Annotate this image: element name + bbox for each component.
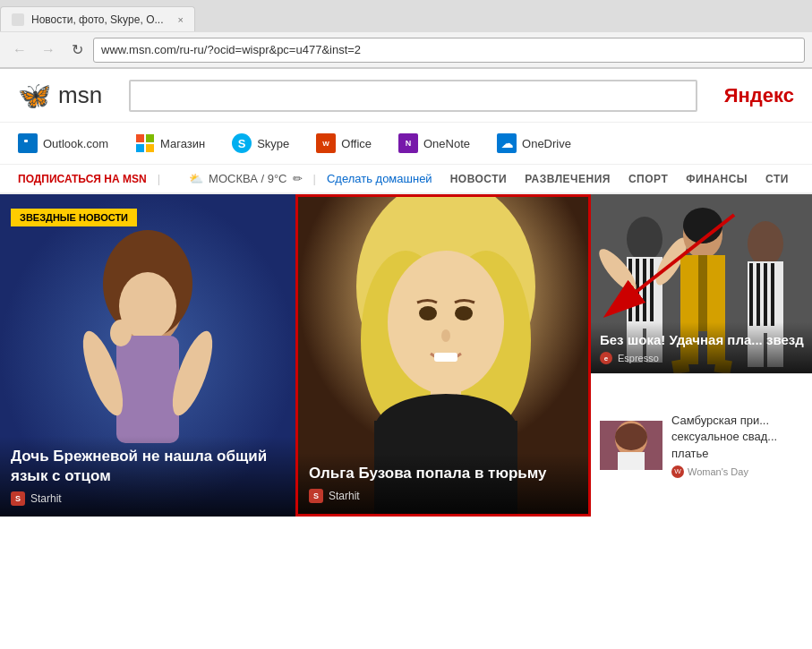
onedrive-icon: ☁: [497, 133, 517, 153]
svg-rect-35: [636, 259, 639, 321]
card-2-source-label: Starhit: [329, 490, 360, 502]
svg-rect-61: [618, 452, 645, 470]
address-bar[interactable]: [93, 38, 805, 63]
svg-point-32: [627, 217, 662, 261]
yandex-logo[interactable]: Яндекс: [724, 84, 794, 107]
card-4-thumbnail: [600, 421, 662, 470]
news-grid: ЗВЕЗДНЫЕ НОВОСТИ Дочь Брежневой не нашла…: [0, 194, 812, 517]
svg-rect-55: [771, 263, 774, 326]
search-input[interactable]: [129, 80, 697, 112]
card-1-title: Дочь Брежневой не нашла общий язык с отц…: [11, 447, 285, 486]
edit-icon: ✏: [293, 172, 303, 185]
card-3-source-label: Espresso: [618, 353, 659, 363]
tab-bar: Новости, фото, Skype, О... ×: [0, 0, 812, 32]
svg-rect-54: [764, 263, 767, 326]
page-content: 🦋 msn Яндекс Outlook.com Магазин: [0, 69, 812, 517]
svg-point-18: [110, 320, 132, 346]
svg-rect-4: [146, 134, 154, 142]
forward-button[interactable]: →: [36, 38, 61, 63]
weather-widget[interactable]: ⛅ МОСКВА / 9°С ✏: [189, 172, 302, 185]
svg-text:W: W: [323, 140, 330, 148]
skype-link[interactable]: S Skype: [232, 133, 289, 153]
card-4-title: Самбурская при... сексуальное свад... пл…: [671, 413, 806, 462]
nav-style[interactable]: СТИ: [765, 173, 789, 185]
tab-title: Новости, фото, Skype, О...: [31, 13, 163, 26]
news-card-2[interactable]: Ольга Бузова попала в тюрьму S Starhit: [295, 194, 591, 517]
card-1-source: S Starhit: [11, 491, 285, 506]
store-label: Магазин: [160, 137, 205, 150]
outlook-link[interactable]: Outlook.com: [18, 133, 108, 153]
card-2-source: S Starhit: [309, 489, 577, 503]
svg-rect-53: [756, 263, 760, 326]
outlook-icon: [18, 133, 38, 153]
nav-sport[interactable]: СПОРТ: [628, 173, 668, 185]
news-card-4[interactable]: Самбурская при... сексуальное свад... пл…: [591, 373, 812, 517]
weather-text: МОСКВА / 9°С: [209, 172, 286, 185]
separator-1: |: [158, 172, 160, 185]
news-card-1[interactable]: ЗВЕЗДНЫЕ НОВОСТИ Дочь Брежневой не нашла…: [0, 194, 295, 517]
browser-nav-bar: ← → ↻: [0, 32, 812, 68]
right-column: Без шока! Удачная пла... звезд e Espress…: [591, 194, 812, 517]
subscribe-button[interactable]: ПОДПИСАТЬСЯ НА MSN: [18, 173, 147, 185]
set-home-link[interactable]: Сделать домашней: [327, 172, 432, 185]
onedrive-link[interactable]: ☁ OneDrive: [497, 133, 571, 153]
card-4-source-label: Woman's Day: [688, 466, 748, 477]
msn-butterfly-icon: 🦋: [18, 80, 51, 111]
separator-2: |: [313, 172, 316, 185]
office-link[interactable]: W Office: [316, 133, 372, 153]
quick-links-bar: Outlook.com Магазин S Skype W: [0, 123, 812, 165]
svg-point-43: [683, 208, 722, 243]
svg-rect-36: [643, 259, 646, 321]
card-2-source-icon: S: [309, 489, 323, 503]
nav-finance[interactable]: ФИНАНСЫ: [686, 173, 748, 185]
skype-icon: S: [232, 133, 252, 153]
svg-rect-5: [136, 144, 144, 152]
card-3-source: e Espresso: [600, 352, 806, 364]
skype-label: Skype: [257, 137, 289, 150]
weather-icon: ⛅: [189, 172, 203, 185]
svg-rect-6: [146, 144, 154, 152]
card-1-source-icon: S: [11, 491, 25, 506]
card-4-source-icon: W: [671, 465, 684, 478]
tab-close-btn[interactable]: ×: [177, 14, 183, 25]
svg-rect-3: [136, 134, 144, 142]
news-card-3[interactable]: Без шока! Удачная пла... звезд e Espress…: [591, 194, 812, 373]
star-badge: ЗВЕЗДНЫЕ НОВОСТИ: [11, 209, 137, 226]
onenote-link[interactable]: N OneNote: [398, 133, 470, 153]
nav-items: НОВОСТИ РАЗВЛЕЧЕНИЯ СПОРТ ФИНАНСЫ СТИ: [450, 173, 789, 185]
svg-rect-45: [698, 255, 707, 331]
refresh-button[interactable]: ↻: [64, 38, 90, 63]
back-button[interactable]: ←: [7, 38, 32, 63]
card-3-caption: Без шока! Удачная пла... звезд e Espress…: [591, 322, 812, 374]
onenote-icon: N: [398, 133, 418, 153]
svg-point-26: [441, 329, 450, 342]
office-icon: W: [316, 133, 336, 153]
tab-favicon: [12, 13, 24, 26]
card-2-caption: Ольга Бузова попала в тюрьму S Starhit: [298, 453, 588, 514]
svg-rect-37: [650, 259, 654, 321]
store-link[interactable]: Магазин: [135, 133, 205, 153]
outlook-label: Outlook.com: [43, 137, 108, 150]
office-label: Office: [341, 137, 372, 150]
card-4-source: W Woman's Day: [671, 465, 806, 478]
card-3-source-icon: e: [600, 352, 612, 364]
nav-entertainment[interactable]: РАЗВЛЕЧЕНИЯ: [525, 173, 611, 185]
nav-news[interactable]: НОВОСТИ: [450, 173, 508, 185]
svg-rect-52: [749, 263, 753, 326]
svg-rect-0: [22, 138, 30, 149]
svg-point-24: [419, 306, 437, 320]
msn-logo: 🦋 msn: [18, 80, 102, 111]
svg-point-23: [388, 251, 504, 394]
svg-rect-1: [24, 140, 28, 142]
svg-point-50: [748, 221, 783, 266]
svg-rect-2: [30, 138, 33, 149]
store-icon: [135, 133, 155, 153]
card-1-caption: Дочь Брежневой не нашла общий язык с отц…: [0, 436, 295, 517]
svg-rect-15: [116, 336, 179, 443]
browser-tab[interactable]: Новости, фото, Skype, О... ×: [0, 6, 195, 31]
msn-logo-text: msn: [58, 81, 102, 109]
msn-header: 🦋 msn Яндекс: [0, 69, 812, 123]
card-4-text-block: Самбурская при... сексуальное свад... пл…: [671, 413, 806, 478]
browser-chrome: Новости, фото, Skype, О... × ← → ↻: [0, 0, 812, 69]
nav-strip: ПОДПИСАТЬСЯ НА MSN | ⛅ МОСКВА / 9°С ✏ | …: [0, 165, 812, 194]
